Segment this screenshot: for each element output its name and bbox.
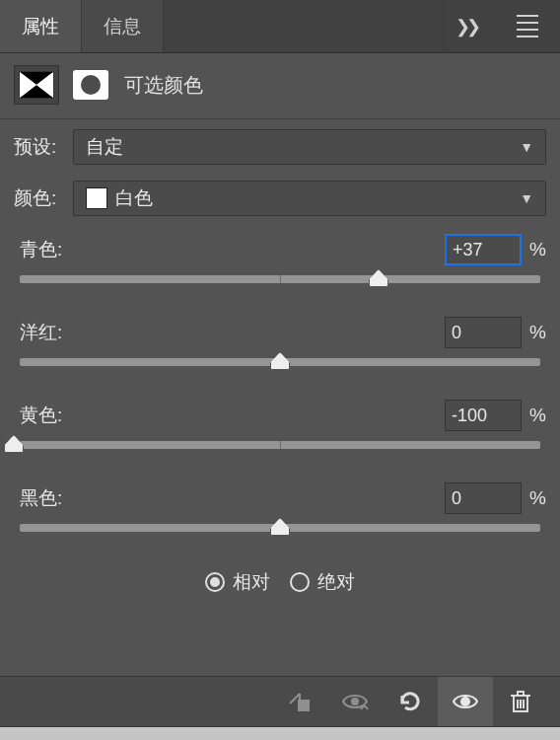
radio-icon xyxy=(205,572,225,592)
magenta-slider[interactable] xyxy=(14,358,546,384)
tab-controls: ❯❯ xyxy=(444,0,495,52)
adjustment-header: 可选颜色 xyxy=(0,53,560,112)
colors-value: 白色 xyxy=(115,185,153,211)
menu-icon xyxy=(507,15,548,37)
preset-select[interactable]: 自定 ▼ xyxy=(73,129,546,165)
toggle-visibility-button[interactable] xyxy=(438,677,493,726)
preset-value: 自定 xyxy=(86,134,123,160)
radio-absolute-label: 绝对 xyxy=(317,569,355,595)
cyan-slider[interactable] xyxy=(14,275,546,301)
delete-button[interactable] xyxy=(493,677,548,726)
slider-thumb[interactable] xyxy=(369,269,388,287)
yellow-slider[interactable] xyxy=(14,441,546,467)
unit: % xyxy=(529,405,546,426)
reset-button[interactable] xyxy=(383,677,438,726)
radio-relative[interactable]: 相对 xyxy=(205,569,270,595)
colors-select[interactable]: 白色 ▼ xyxy=(73,181,546,216)
magenta-label: 洋红: xyxy=(14,320,62,345)
slider-yellow: 黄色: % xyxy=(0,390,560,473)
panel-menu[interactable] xyxy=(495,0,560,52)
layer-mask-icon[interactable] xyxy=(73,70,108,100)
tab-info[interactable]: 信息 xyxy=(82,0,164,52)
slider-thumb[interactable] xyxy=(270,352,290,370)
bottom-toolbar xyxy=(0,676,560,727)
color-swatch xyxy=(86,187,107,209)
black-label: 黑色: xyxy=(14,485,62,511)
cyan-label: 青色: xyxy=(14,237,62,262)
svg-rect-1 xyxy=(298,700,310,711)
radio-absolute[interactable]: 绝对 xyxy=(290,569,355,595)
selective-color-icon[interactable] xyxy=(14,65,59,105)
colors-row: 颜色: 白色 ▼ xyxy=(0,171,560,222)
clip-to-layer-button[interactable] xyxy=(272,677,327,726)
unit: % xyxy=(529,487,546,509)
radio-icon xyxy=(290,572,310,592)
slider-black: 黑色: % xyxy=(0,473,560,555)
magenta-input[interactable] xyxy=(445,317,522,348)
slider-thumb[interactable] xyxy=(4,435,24,453)
colors-label: 颜色: xyxy=(14,185,65,211)
method-row: 相对 绝对 xyxy=(0,555,560,599)
unit: % xyxy=(529,322,546,343)
tab-properties[interactable]: 属性 xyxy=(0,0,82,52)
collapse-icon[interactable]: ❯❯ xyxy=(455,16,483,37)
sliders-group: 青色: % 洋红: % 黄色: % xyxy=(0,222,560,555)
yellow-input[interactable] xyxy=(445,400,522,431)
slider-thumb[interactable] xyxy=(270,518,290,536)
chevron-down-icon: ▼ xyxy=(520,190,533,206)
yellow-label: 黄色: xyxy=(14,403,62,428)
slider-magenta: 洋红: % xyxy=(0,307,560,390)
black-input[interactable] xyxy=(445,482,522,514)
radio-relative-label: 相对 xyxy=(233,569,270,595)
adjustment-title: 可选颜色 xyxy=(124,72,203,99)
tab-bar: 属性 信息 ❯❯ xyxy=(0,0,560,53)
slider-cyan: 青色: % xyxy=(0,224,560,307)
chevron-down-icon: ▼ xyxy=(520,139,533,155)
unit: % xyxy=(529,239,546,260)
resize-strip xyxy=(0,727,560,740)
black-slider[interactable] xyxy=(14,524,546,550)
tab-spacer xyxy=(164,0,444,52)
svg-point-2 xyxy=(351,698,359,705)
preset-label: 预设: xyxy=(14,134,65,160)
cyan-input[interactable] xyxy=(445,234,522,265)
svg-point-3 xyxy=(460,697,470,706)
preset-row: 预设: 自定 ▼ xyxy=(0,119,560,171)
view-previous-button[interactable] xyxy=(327,677,383,726)
